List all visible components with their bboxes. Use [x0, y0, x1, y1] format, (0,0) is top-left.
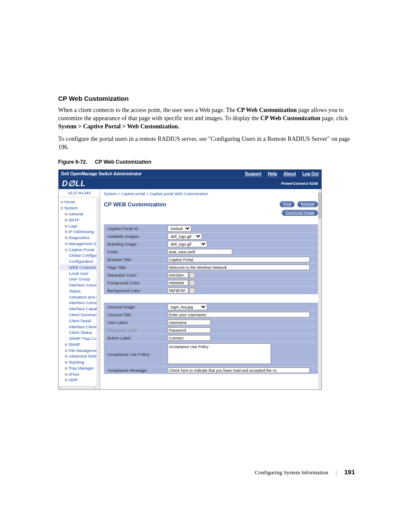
- tree-ip-addressing[interactable]: ⊞IP Addressing: [59, 229, 99, 235]
- input-user-label[interactable]: [168, 320, 211, 325]
- refresh-button[interactable]: Refresh: [297, 201, 318, 207]
- minus-icon: ⊟: [65, 248, 68, 252]
- input-foreground-color[interactable]: [168, 280, 188, 286]
- section-heading: CP Web Customization: [58, 95, 355, 102]
- tree-client-detail[interactable]: Client Detail: [59, 318, 99, 324]
- label-user-label: User Label:: [104, 320, 168, 325]
- label-branding-image: Branding Image:: [104, 242, 168, 246]
- plus-icon: ⊞: [65, 378, 68, 382]
- tree-activation-auth[interactable]: Activation and Au: [59, 294, 99, 300]
- right-scrollbar[interactable]: [318, 189, 321, 390]
- nav-support[interactable]: Support: [245, 171, 261, 176]
- label-account-image: Account Image:: [104, 305, 168, 309]
- input-background-color[interactable]: [168, 288, 188, 293]
- select-captive-portal-id[interactable]: Default: [168, 225, 191, 232]
- label-acceptance-message: Acceptance Message:: [104, 368, 168, 373]
- label-browser-title: Browser Title:: [104, 257, 168, 262]
- input-password-label[interactable]: [168, 327, 211, 333]
- label-button-label: Button Label:: [104, 336, 168, 340]
- app-title: Dell OpenManage Switch Administrator: [61, 171, 142, 176]
- tree-status[interactable]: Status: [59, 288, 99, 294]
- tree-snmp[interactable]: ⊞SNMP: [59, 342, 99, 348]
- plus-icon: ⊞: [65, 355, 68, 358]
- folder-icon: ⊟: [60, 200, 63, 204]
- tree-sflow[interactable]: ⊞sFlow: [59, 371, 99, 377]
- input-fonts[interactable]: [168, 249, 232, 255]
- paragraph-2: To configure the portal users in a remot…: [58, 135, 355, 152]
- tree-configuration[interactable]: Configuration: [59, 258, 99, 264]
- top-nav-links: Support Help About Log Out: [240, 171, 319, 176]
- nav-tree: ⊟Home ⊟System ⊞General ⊞SNTP ⊞Logs ⊞IP A…: [59, 197, 100, 383]
- print-button[interactable]: Print: [280, 201, 295, 207]
- download-image-button[interactable]: Download Image: [282, 210, 318, 216]
- figure-title: CP Web Customization: [95, 159, 151, 165]
- tree-local-user[interactable]: Local User: [59, 271, 99, 277]
- input-page-title[interactable]: [168, 264, 310, 270]
- tree-stacking[interactable]: ⊞Stacking: [59, 359, 99, 365]
- select-account-image[interactable]: login_key.jpg: [168, 304, 207, 310]
- tree-diagnostics[interactable]: ⊞Diagnostics: [59, 235, 99, 241]
- tree-sntp[interactable]: ⊞SNTP: [59, 217, 99, 223]
- tree-system[interactable]: ⊟System: [59, 205, 99, 211]
- input-separator-color[interactable]: [168, 272, 188, 278]
- scrollbar-thumb[interactable]: [318, 193, 321, 218]
- breadcrumb: System > Captive portal > Captive portal…: [100, 189, 321, 199]
- label-captive-portal-id: Captive Portal ID: [104, 226, 168, 231]
- tree-captive-portal[interactable]: ⊟Captive Portal: [59, 247, 99, 253]
- form-section-1: Captive Portal IDDefault Available Image…: [104, 224, 318, 294]
- tree-interface-assoc[interactable]: Interface Associa: [59, 282, 99, 288]
- color-picker-icon[interactable]: [189, 272, 195, 278]
- textarea-acceptance-policy[interactable]: Acceptance Use Policy: [168, 343, 271, 364]
- paragraph-1: When a client connects to the access poi…: [58, 106, 355, 131]
- text-bold: CP Web Customization: [237, 107, 297, 113]
- left-scrollbar[interactable]: [97, 197, 100, 390]
- nav-help[interactable]: Help: [268, 171, 277, 176]
- tree-isdp[interactable]: ⊞ISDP: [59, 377, 99, 383]
- tree-general[interactable]: ⊞General: [59, 211, 99, 217]
- tree-interface-capability[interactable]: Interface Capabili: [59, 306, 99, 312]
- device-model: PowerConnect 6248: [281, 181, 318, 186]
- tree-trap-manager[interactable]: ⊞Trap Manager: [59, 365, 99, 371]
- tree-interface-activation[interactable]: Interface Activatio: [59, 300, 99, 306]
- input-button-label[interactable]: [168, 335, 211, 341]
- tree-logs[interactable]: ⊞Logs: [59, 223, 99, 229]
- form-section-2: Account Image:login_key.jpg Account Titl…: [104, 303, 318, 374]
- input-acceptance-message[interactable]: [168, 367, 310, 373]
- tree-client-summary[interactable]: Client Summary: [59, 312, 99, 318]
- chevron-right-icon: ›: [94, 386, 96, 390]
- content-panel: System > Captive portal > Captive portal…: [100, 189, 321, 390]
- tree-snmp-trap-conf[interactable]: SNMP Trap Conf: [59, 336, 99, 342]
- page-footer: Configuring System Information | 191: [255, 468, 355, 476]
- input-browser-title[interactable]: [168, 257, 310, 262]
- tree-user-group[interactable]: User Group: [59, 276, 99, 282]
- tree-interface-client-status[interactable]: Interface Client S: [59, 324, 99, 330]
- minus-icon: ⊟: [60, 206, 63, 210]
- figure-caption: Figure 6-72.CP Web Customization: [58, 159, 355, 165]
- nav-logout[interactable]: Log Out: [302, 171, 319, 176]
- tree-advanced-settings[interactable]: ⊞Advanced Settings: [59, 353, 99, 359]
- panel-title: CP WEB Customization: [104, 201, 166, 208]
- select-branding-image[interactable]: dell_logo.gif: [168, 241, 207, 247]
- color-picker-icon[interactable]: [189, 288, 195, 294]
- input-account-title[interactable]: [168, 312, 310, 317]
- tree-mgmt-security[interactable]: ⊞Management Securi: [59, 241, 99, 247]
- label-available-images: Available Images:: [104, 234, 168, 239]
- label-separator-color: Separator Color:: [104, 273, 168, 277]
- footer-section-name: Configuring System Information: [255, 469, 328, 476]
- tree-home[interactable]: ⊟Home: [59, 199, 99, 205]
- app-titlebar: Dell OpenManage Switch Administrator Sup…: [59, 170, 321, 177]
- tree-client-status[interactable]: Client Status: [59, 330, 99, 336]
- label-password-label: Password Label:: [104, 328, 168, 333]
- select-available-images[interactable]: dell_logo.gif: [168, 233, 202, 240]
- label-background-color: Background Color:: [104, 288, 168, 293]
- left-horiz-scroll[interactable]: ‹›: [59, 386, 97, 390]
- tree-global-config[interactable]: Global Configurat: [59, 252, 99, 258]
- nav-about[interactable]: About: [283, 171, 296, 176]
- color-picker-icon[interactable]: [189, 280, 195, 286]
- text-bold: CP Web Customization: [261, 115, 321, 121]
- tree-file-mgmt[interactable]: ⊞File Management: [59, 348, 99, 354]
- plus-icon: ⊞: [65, 242, 68, 246]
- tree-web-customization[interactable]: WEB Customiza: [59, 264, 99, 271]
- dell-logo: D∅LL: [62, 179, 86, 188]
- footer-separator: |: [336, 469, 337, 476]
